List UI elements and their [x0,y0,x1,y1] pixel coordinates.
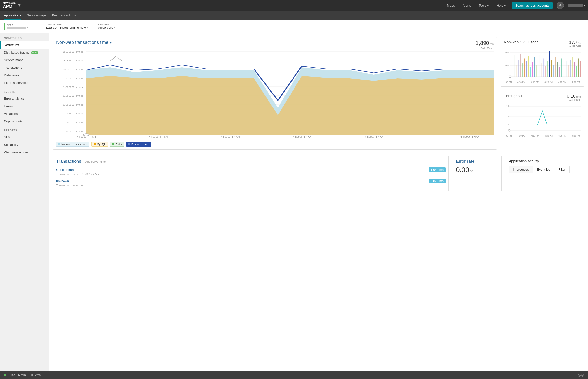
throughput-chart-svg-container[interactable]: 15 10 5 [504,104,581,137]
error-rate-value-container: 0.00 % [456,166,499,174]
transactions-title[interactable]: Transactions [56,159,81,164]
sidebar-item-violations[interactable]: Violations [0,110,49,118]
event-log-button[interactable]: Event log [533,166,554,173]
content-area: Non-web transactions time ▾ 1,890 ms AVE… [49,33,588,379]
legend-response-time[interactable]: Response time [126,142,151,146]
table-row: unknown 0.828 ms Transaction traces: n/a [56,177,445,188]
tools-chevron-icon: ▾ [487,4,489,7]
error-rate-panel: Error rate 0.00 % [453,156,502,191]
legend-mysql[interactable]: MySQL [91,142,108,146]
sidebar-item-error-analytics[interactable]: Error analytics [0,95,49,102]
help-chevron-icon: ▾ [504,4,506,7]
sub-nav: Applications Service maps Key transactio… [0,11,588,20]
top-nav: New RelicAPM ▼ Maps Alerts Tools ▾ Help … [0,0,588,11]
logo[interactable]: New RelicAPM ▼ [3,1,32,9]
apps-filter[interactable]: APPS ▾ [4,23,38,30]
help-nav-button[interactable]: Help ▾ [495,4,508,7]
sidebar-item-errors[interactable]: Errors [0,102,49,110]
alerts-nav-link[interactable]: Alerts [461,4,473,7]
error-rate-unit: % [470,169,473,173]
svg-text:10: 10 [506,115,509,118]
table-row: CLI cron:run 1,940 ms Transaction traces… [56,166,445,177]
sidebar-item-sla[interactable]: SLA [0,133,49,141]
user-icon-button[interactable] [557,2,564,9]
svg-text:250 ms: 250 ms [65,130,83,133]
throughput-chart-container: Throughput 6.16 rpm AVERAGE 15 10 5 [501,91,584,141]
in-progress-button[interactable]: In progress [509,166,533,173]
activity-panel: Application activity In progress Event l… [506,156,584,191]
sidebar-item-deployments[interactable]: Deployments [0,118,49,125]
svg-text:1500 ms: 1500 ms [62,86,83,88]
svg-text:1250 ms: 1250 ms [62,95,83,97]
servers-filter-arrow-icon: ▾ [114,26,115,29]
time-picker-arrow-icon: ▾ [87,26,88,29]
time-picker-filter[interactable]: TIME PICKER Last 30 minutes ending now ▾ [44,22,90,31]
svg-point-29 [83,134,89,136]
svg-text:4:30 PM: 4:30 PM [459,136,480,138]
error-rate-value: 0.00 [456,166,469,174]
main-chart-avg: 1,890 ms AVERAGE [476,40,494,49]
svg-text:5: 5 [508,124,509,126]
sidebar: MONITORING Overview Distributed tracing … [0,33,49,379]
transactions-panel: Transactions App server time CLI cron:ru… [53,156,449,191]
svg-text:1750 ms: 1750 ms [62,77,83,79]
chart-title-chevron-icon: ▾ [110,41,112,45]
sidebar-item-external-services[interactable]: External services [0,79,49,87]
main-chart-svg: 2500 ms 2250 ms 2000 ms 1750 ms 1500 ms … [56,51,494,140]
svg-text:2000 ms: 2000 ms [62,68,83,71]
svg-text:4:10 PM: 4:10 PM [148,136,168,138]
filter-button[interactable]: Filter [554,166,570,173]
subnav-key-transactions-link[interactable]: Key transactions [52,12,76,20]
search-across-accounts-button[interactable]: Search across accounts [512,2,553,9]
transaction-main-row: unknown 0.828 ms [56,179,445,183]
main-layout: MONITORING Overview Distributed tracing … [0,33,588,379]
apps-filter-label: APPS [7,24,36,26]
error-rate-title[interactable]: Error rate [456,159,499,164]
legend-non-web[interactable]: Non-web transactions [56,142,89,146]
maps-nav-link[interactable]: Maps [445,4,457,7]
throughput-chart-x-labels: :05 PM 4:10 PM 4:15 PM 4:20 PM 4:25 PM 4… [504,135,581,137]
main-chart-svg-container[interactable]: 2500 ms 2250 ms 2000 ms 1750 ms 1500 ms … [56,51,494,140]
svg-text:10 %: 10 % [504,64,509,66]
main-chart-title[interactable]: Non-web transactions time ▾ [56,40,112,45]
sidebar-item-transactions[interactable]: Transactions [0,64,49,71]
main-chart-container: Non-web transactions time ▾ 1,890 ms AVE… [53,37,497,150]
account-selector[interactable]: ▾ [568,4,585,7]
svg-text:15: 15 [506,105,509,107]
throughput-chart-svg: 15 10 5 [504,104,581,133]
subnav-applications-link[interactable]: Applications [4,12,21,20]
svg-text:20 %: 20 % [504,51,509,53]
svg-text:4:15 PM: 4:15 PM [220,136,240,138]
svg-text:2500 ms: 2500 ms [62,51,83,53]
sidebar-item-scalability[interactable]: Scalability [0,141,49,148]
logo-dropdown-icon[interactable]: ▼ [17,3,22,8]
status-err: 0.00 err% [29,373,42,377]
transaction-traces: Transaction traces: n/a [56,184,445,187]
sidebar-item-web-transactions[interactable]: Web transactions [0,148,49,156]
sidebar-item-distributed-tracing[interactable]: Distributed tracing New [0,48,49,56]
transaction-traces: Transaction traces: 3.9 s 3.2 s 2.5 s [56,173,445,175]
bottom-section: Transactions App server time CLI cron:ru… [53,156,584,191]
main-chart-legend: Non-web transactions MySQL Redis Respons… [56,142,494,146]
tools-nav-button[interactable]: Tools ▾ [477,4,491,7]
cpu-chart-header: Non-web CPU usage 17.7 % AVERAGE [504,40,581,48]
transaction-time: 0.828 ms [429,179,445,183]
subnav-service-maps-link[interactable]: Service maps [27,12,46,20]
activity-title: Application activity [509,159,581,163]
sidebar-item-databases[interactable]: Databases [0,71,49,79]
charts-row: Non-web transactions time ▾ 1,890 ms AVE… [53,37,584,150]
sidebar-item-overview[interactable]: Overview [0,41,49,48]
transaction-main-row: CLI cron:run 1,940 ms [56,167,445,172]
new-badge: New [31,51,38,54]
legend-redis[interactable]: Redis [110,142,124,146]
account-chevron-icon: ▾ [584,4,585,7]
throughput-chart-avg: 6.16 rpm AVERAGE [567,94,581,102]
transaction-name[interactable]: CLI cron:run [56,168,74,172]
transaction-name[interactable]: unknown [56,179,69,183]
activity-buttons: In progress Event log Filter [509,166,581,173]
svg-point-80 [508,129,510,131]
sidebar-item-service-maps[interactable]: Service maps [0,56,49,64]
main-chart-header: Non-web transactions time ▾ 1,890 ms AVE… [56,40,494,49]
servers-filter[interactable]: SERVERS All servers ▾ [96,22,131,31]
cpu-chart-svg-container[interactable]: 20 % 10 % [504,50,581,83]
